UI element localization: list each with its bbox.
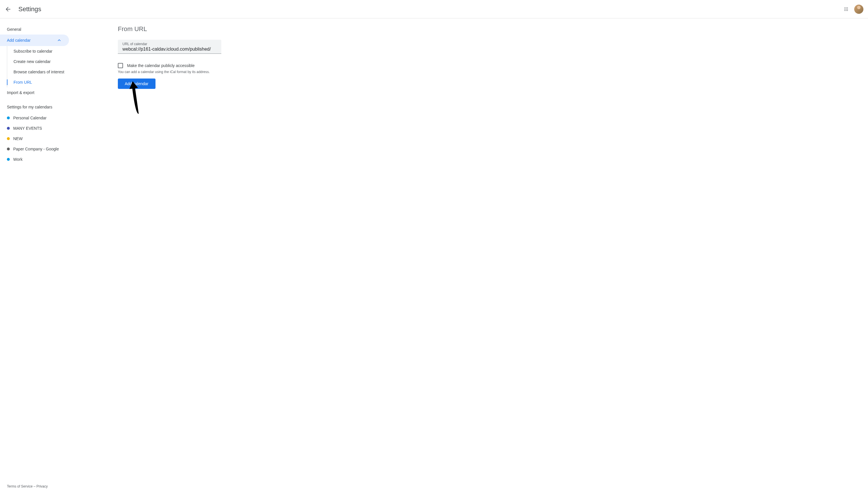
footer-separator: –: [32, 485, 36, 488]
url-input[interactable]: [122, 47, 217, 52]
color-dot-icon: [7, 148, 10, 150]
url-input-wrapper[interactable]: URL of calendar: [118, 40, 221, 54]
content: General Add calendar Subscribe to calend…: [0, 18, 868, 493]
sidebar-item-browse[interactable]: Browse calendars of interest: [7, 67, 75, 77]
calendar-item[interactable]: Work: [0, 154, 75, 165]
svg-point-5: [847, 8, 848, 9]
svg-point-1: [846, 7, 847, 8]
color-dot-icon: [7, 127, 10, 130]
svg-point-6: [844, 10, 845, 11]
header: Settings: [0, 0, 868, 18]
apps-grid-icon[interactable]: [843, 6, 850, 13]
calendar-label: Paper Company - Google: [13, 147, 59, 151]
section-heading-my-calendars: Settings for my calendars: [0, 98, 75, 113]
avatar[interactable]: [854, 5, 863, 14]
sub-nav: Subscribe to calendar Create new calenda…: [7, 46, 75, 87]
svg-point-4: [846, 8, 847, 9]
svg-point-2: [847, 7, 848, 8]
sidebar-item-import-export[interactable]: Import & export: [0, 87, 75, 98]
hint-text: You can add a calendar using the iCal fo…: [118, 70, 868, 74]
calendar-label: NEW: [13, 136, 23, 141]
main: From URL URL of calendar Make the calend…: [75, 18, 868, 493]
url-input-label: URL of calendar: [122, 42, 217, 46]
calendar-label: Personal Calendar: [13, 115, 47, 120]
calendar-item[interactable]: Personal Calendar: [0, 113, 75, 123]
page-title: Settings: [18, 5, 41, 13]
color-dot-icon: [7, 137, 10, 140]
public-checkbox-label: Make the calendar publicly accessible: [127, 63, 195, 68]
main-title: From URL: [118, 25, 868, 33]
svg-point-0: [844, 7, 845, 8]
sidebar-item-general[interactable]: General: [0, 24, 75, 35]
calendar-item[interactable]: Paper Company - Google: [0, 144, 75, 154]
svg-point-8: [847, 10, 848, 11]
terms-link[interactable]: Terms of Service: [7, 485, 32, 488]
calendar-item[interactable]: MANY EVENTS: [0, 123, 75, 133]
sidebar: General Add calendar Subscribe to calend…: [0, 18, 75, 493]
calendar-label: Work: [13, 157, 22, 162]
footer: Terms of Service – Privacy: [7, 485, 48, 488]
calendar-item[interactable]: NEW: [0, 133, 75, 144]
header-right: [843, 5, 863, 14]
header-left: Settings: [5, 5, 41, 13]
privacy-link[interactable]: Privacy: [37, 485, 48, 488]
svg-point-3: [844, 8, 845, 9]
sidebar-item-add-calendar[interactable]: Add calendar: [0, 35, 69, 46]
back-arrow-icon[interactable]: [5, 6, 12, 13]
sidebar-item-subscribe[interactable]: Subscribe to calendar: [7, 46, 75, 56]
public-checkbox[interactable]: [118, 63, 123, 68]
calendar-label: MANY EVENTS: [13, 126, 42, 131]
add-calendar-button[interactable]: Add calendar: [118, 79, 156, 89]
svg-point-7: [846, 10, 847, 11]
sidebar-item-create[interactable]: Create new calendar: [7, 56, 75, 67]
chevron-up-icon: [56, 37, 62, 43]
color-dot-icon: [7, 116, 10, 120]
sidebar-item-label: Add calendar: [7, 38, 31, 43]
sidebar-item-from-url[interactable]: From URL: [7, 77, 75, 87]
color-dot-icon: [7, 158, 10, 161]
public-checkbox-row: Make the calendar publicly accessible: [118, 63, 868, 68]
